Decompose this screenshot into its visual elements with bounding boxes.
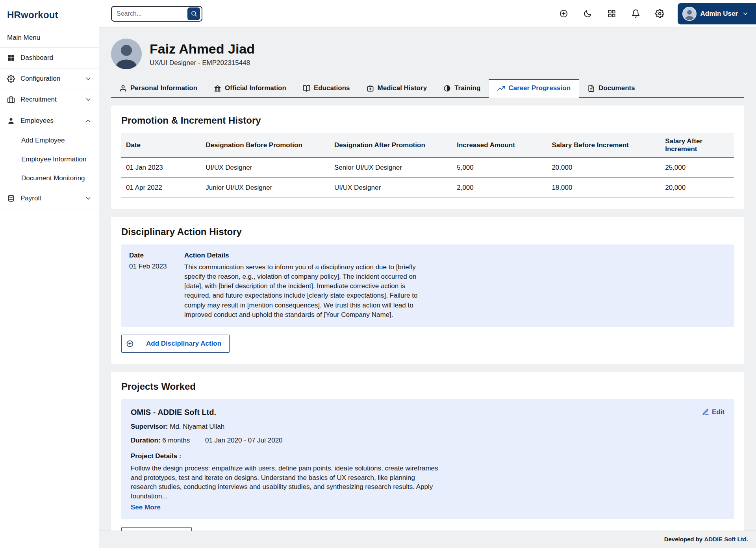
search-box <box>111 6 202 22</box>
sidebar-subitem-document-monitoring[interactable]: Document Monitoring <box>0 169 99 188</box>
col-header: Salary After Increment <box>660 133 734 158</box>
tab-documents[interactable]: Documents <box>579 79 643 97</box>
tab-label: Medical History <box>378 84 427 92</box>
cell-date: 01 Jan 2023 <box>121 158 201 178</box>
disc-details-header: Action Details <box>184 252 726 259</box>
tab-training[interactable]: Training <box>435 79 489 97</box>
edit-project-button[interactable]: Edit <box>702 408 724 416</box>
sidebar-group-employees: Employees Add Employee Employee Informat… <box>0 110 99 188</box>
disciplinary-history-card: Disciplinary Action History Date Action … <box>111 217 744 364</box>
disciplinary-panel: Date Action Details 01 Feb 2023 This com… <box>121 244 734 327</box>
see-more-link[interactable]: See More <box>131 504 161 511</box>
admin-avatar <box>682 7 697 21</box>
topbar: Admin User <box>99 0 756 28</box>
tab-label: Training <box>454 84 480 92</box>
chevron-down-icon <box>742 10 749 17</box>
page-footer: Developed by ADDIE Soft Ltd. <box>99 531 756 548</box>
trend-up-icon <box>497 85 505 92</box>
profile-text: Faiz Ahmed Jiad UX/UI Designer - EMP2023… <box>150 41 255 67</box>
sidebar-item-payroll[interactable]: Payroll <box>0 188 99 209</box>
sidebar-item-employees[interactable]: Employees <box>0 110 99 131</box>
promotion-history-card: Promotion & Increment History Date Desig… <box>111 106 744 209</box>
tab-label: Educations <box>314 84 350 92</box>
sidebar-subitem-add-employee[interactable]: Add Employee <box>0 131 99 150</box>
chevron-down-icon <box>85 195 92 202</box>
building-icon <box>214 85 221 92</box>
apps-grid-icon[interactable] <box>607 9 616 18</box>
col-header: Designation Before Promotion <box>201 133 330 158</box>
sidebar-section-label: Main Menu <box>0 28 99 48</box>
tab-official-information[interactable]: Official Information <box>206 79 295 97</box>
chevron-up-icon <box>85 117 92 124</box>
search-button[interactable] <box>187 7 200 20</box>
cell-increased-amount: 2,000 <box>452 178 547 198</box>
employee-designation: UX/UI Designer - EMP202315448 <box>150 59 255 67</box>
supervisor-value: Md. Niyamat Ullah <box>170 423 224 430</box>
employee-photo <box>111 39 142 69</box>
table-row: 01 Apr 2022 Junior UI/UX Designer UI/UX … <box>121 178 734 198</box>
chevron-down-icon <box>85 96 92 103</box>
sidebar-item-label: Payroll <box>20 194 79 202</box>
project-details-label: Project Details : <box>131 452 724 460</box>
sidebar: HRworkout Main Menu Dashboard Configurat… <box>0 0 99 548</box>
projects-worked-card: Projects Worked OMIS - ADDIE Soft Ltd. E… <box>111 372 744 531</box>
table-header-row: Date Designation Before Promotion Design… <box>121 133 734 158</box>
cell-designation-before: UI/UX Designer <box>201 158 330 178</box>
plus-circle-icon <box>122 528 138 531</box>
gear-icon[interactable] <box>655 9 664 18</box>
main-column: Admin User Faiz Ahmed Jiad UX/UI Designe… <box>99 0 756 548</box>
tab-label: Personal Information <box>130 84 197 92</box>
plus-circle-icon[interactable] <box>559 9 568 18</box>
add-disciplinary-action-button[interactable]: Add Disciplinary Action <box>121 335 230 353</box>
cell-salary-after: 25,000 <box>660 158 734 178</box>
gear-icon <box>7 75 15 83</box>
chevron-down-icon <box>85 75 92 82</box>
project-name: OMIS - ADDIE Soft Ltd. <box>131 408 216 417</box>
disc-date-header: Date <box>129 252 184 259</box>
tab-career-progression[interactable]: Career Progression <box>489 79 579 98</box>
brand-logo[interactable]: HRworkout <box>0 0 99 28</box>
sidebar-item-label: Recruitment <box>20 96 79 104</box>
col-header: Date <box>121 133 201 158</box>
tab-medical-history[interactable]: Medical History <box>358 79 435 97</box>
duration-value: 6 months <box>162 437 190 444</box>
sidebar-item-label: Dashboard <box>20 54 92 62</box>
search-icon <box>191 10 197 17</box>
project-supervisor-line: Supervisor: Md. Niyamat Ullah <box>131 423 724 431</box>
pencil-icon <box>702 409 709 416</box>
cell-salary-before: 20,000 <box>547 158 660 178</box>
cell-salary-before: 18,000 <box>547 178 660 198</box>
sidebar-item-recruitment[interactable]: Recruitment <box>0 89 99 110</box>
employee-name: Faiz Ahmed Jiad <box>150 41 255 57</box>
project-duration-line: Duration: 6 months 01 Jan 2020 - 07 Jul … <box>131 437 724 444</box>
section-title: Disciplinary Action History <box>121 226 734 237</box>
briefcase-icon <box>7 96 15 104</box>
tab-label: Documents <box>598 84 635 92</box>
sidebar-subitem-employee-information[interactable]: Employee Information <box>0 150 99 169</box>
col-header: Increased Amount <box>452 133 547 158</box>
medical-kit-icon <box>367 85 374 92</box>
admin-user-menu[interactable]: Admin User <box>678 3 756 24</box>
document-icon <box>587 85 595 92</box>
cell-designation-before: Junior UI/UX Designer <box>201 178 330 198</box>
tab-educations[interactable]: Educations <box>295 79 358 97</box>
content-area: Faiz Ahmed Jiad UX/UI Designer - EMP2023… <box>99 28 756 531</box>
add-project-button[interactable]: Add Project <box>121 527 192 531</box>
app-root: HRworkout Main Menu Dashboard Configurat… <box>0 0 756 548</box>
sidebar-item-dashboard[interactable]: Dashboard <box>0 48 99 68</box>
project-panel: OMIS - ADDIE Soft Ltd. Edit Supervisor: … <box>121 399 734 519</box>
topbar-icons <box>559 9 678 18</box>
tab-label: Official Information <box>225 84 286 92</box>
disc-details-text: This communication serves to inform you … <box>184 263 421 320</box>
search-input[interactable] <box>117 10 187 17</box>
button-label: Add Disciplinary Action <box>138 335 229 352</box>
footer-text: Developed by <box>664 536 703 542</box>
footer-link[interactable]: ADDIE Soft Ltd. <box>704 536 748 542</box>
moon-icon[interactable] <box>583 9 592 18</box>
duration-range: 01 Jan 2020 - 07 Jul 2020 <box>205 437 283 444</box>
bell-icon[interactable] <box>631 9 640 18</box>
cell-date: 01 Apr 2022 <box>121 178 201 198</box>
sidebar-item-configuration[interactable]: Configuration <box>0 68 99 89</box>
tab-personal-information[interactable]: Personal Information <box>111 79 206 97</box>
half-circle-icon <box>443 85 451 92</box>
